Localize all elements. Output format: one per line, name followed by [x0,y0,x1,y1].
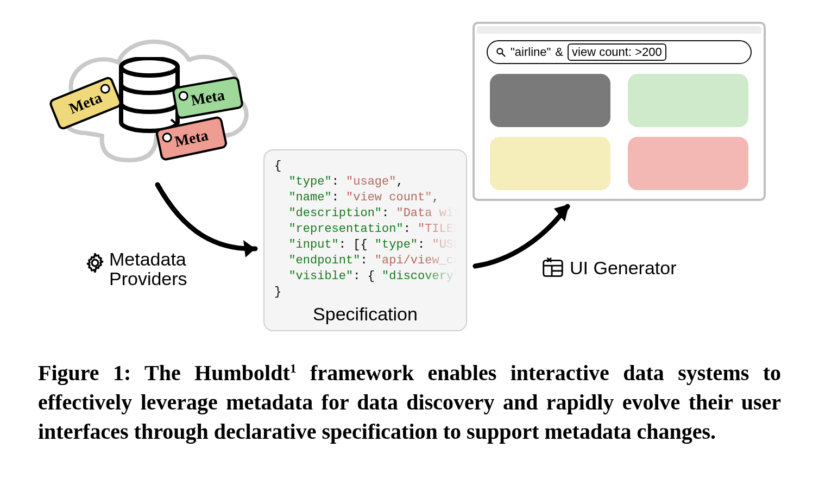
specification-code: { "type": "usage", "name": "view count",… [274,158,456,300]
search-icon [495,47,506,58]
tag-hole [99,83,111,95]
figure-caption: Figure 1: The Humboldt1 framework enable… [38,358,781,446]
svg-point-0 [121,58,178,75]
specification-box: { "type": "usage", "name": "view count",… [263,149,467,331]
tag-hole [161,132,173,143]
ui-generator-label: UI Generator [540,255,677,280]
search-filter-chip[interactable]: view count: >200 [568,43,666,61]
gear-icon [84,252,106,274]
window-titlebar [477,26,761,34]
caption-footnote: 1 [290,361,297,375]
tag-label: Meta [173,127,210,150]
tile-gray[interactable] [490,74,610,127]
generated-ui-panel: "airline" & view count: >200 [472,22,766,201]
svg-rect-5 [544,261,563,276]
search-bar[interactable]: "airline" & view count: >200 [487,40,752,64]
result-tiles [490,74,748,190]
arrow-providers-to-spec [152,179,277,263]
search-term: "airline" [511,45,551,59]
tile-red[interactable] [628,137,748,190]
svg-marker-1 [243,240,255,257]
caption-prefix: Figure 1: The Humboldt [38,361,290,385]
figure-canvas: Meta Meta Meta Metadata Providers { "typ… [0,0,819,504]
ui-generator-text: UI Generator [570,257,677,279]
tag-label: Meta [67,89,105,118]
specification-label: Specification [313,304,418,325]
tag-label: Meta [190,86,226,109]
tag-hole [178,90,189,102]
svg-line-4 [502,54,505,56]
tile-yellow[interactable] [490,137,610,190]
search-and: & [555,45,563,59]
providers-line2: Providers [109,269,187,289]
layout-template-icon [540,255,565,280]
tile-green[interactable] [628,74,748,127]
